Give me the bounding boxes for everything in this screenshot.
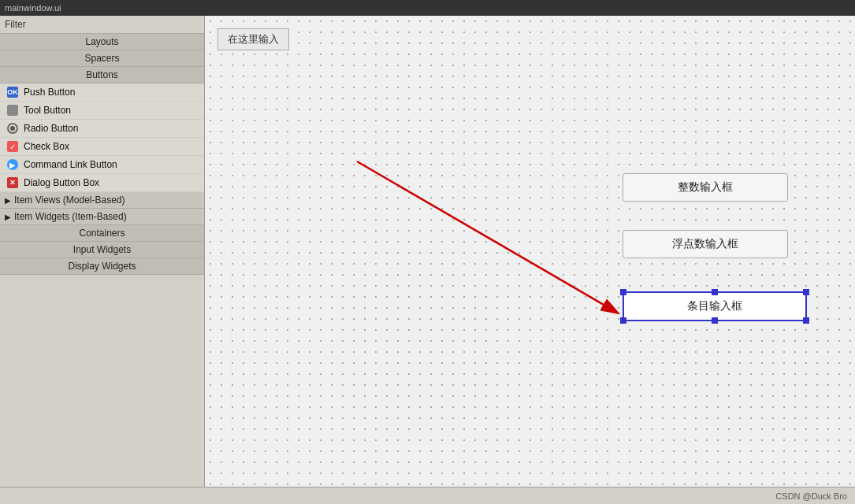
check-box-label: Check Box (24, 141, 69, 152)
sidebar-item-dialog-button-box[interactable]: ✕ Dialog Button Box (0, 174, 204, 192)
filter-label: Filter (5, 19, 26, 30)
content-area: Filter Layouts Spacers Buttons OK Push B… (0, 16, 855, 487)
handle-tl (620, 289, 626, 295)
integer-label: 整数输入框 (678, 180, 733, 193)
command-link-button-label: Command Link Button (24, 159, 117, 170)
sidebar-item-display-widgets[interactable]: Display Widgets (0, 258, 204, 275)
handle-tm (712, 289, 718, 295)
radio-icon (6, 122, 19, 135)
handle-tr (803, 289, 809, 295)
integer-input-button[interactable]: 整数输入框 (623, 173, 788, 202)
handle-br (803, 317, 809, 324)
sidebar-item-containers[interactable]: Containers (0, 225, 204, 242)
sidebar-item-item-views[interactable]: ▶ Item Views (Model-Based) (0, 192, 204, 209)
item-input-button[interactable]: 条目输入框 (623, 291, 807, 321)
canvas-input-label[interactable]: 在这里输入 (217, 28, 289, 50)
layouts-label: Layouts (85, 36, 118, 47)
sidebar-item-command-link-button[interactable]: ▶ Command Link Button (0, 156, 204, 174)
containers-label: Containers (79, 228, 125, 239)
item-views-label: Item Views (Model-Based) (14, 195, 125, 206)
sidebar-item-input-widgets[interactable]: Input Widgets (0, 242, 204, 258)
push-button-label: Push Button (24, 87, 75, 98)
title-bar: mainwindow.ui (0, 0, 855, 16)
sidebar-item-item-widgets[interactable]: ▶ Item Widgets (Item-Based) (0, 209, 204, 225)
filter-bar: Filter (0, 16, 204, 34)
sidebar-item-radio-button[interactable]: Radio Button (0, 120, 204, 138)
main-container: mainwindow.ui Filter Layouts Spacers But… (0, 0, 855, 504)
check-icon: ✓ (6, 140, 19, 153)
dialog-icon: ✕ (6, 176, 19, 189)
input-placeholder-text: 在这里输入 (228, 33, 279, 45)
display-widgets-label: Display Widgets (68, 261, 136, 272)
buttons-label: Buttons (86, 69, 118, 80)
title-text: mainwindow.ui (5, 3, 61, 13)
handle-bl (620, 317, 626, 324)
canvas-area: 在这里输入 整数输入框 浮点数输入框 条目输入框 (205, 16, 855, 487)
radio-button-label: Radio Button (24, 123, 78, 134)
dialog-button-box-label: Dialog Button Box (24, 177, 99, 188)
arrow-icon2: ▶ (5, 213, 11, 221)
sidebar-item-tool-button[interactable]: Tool Button (0, 102, 204, 120)
input-widgets-label: Input Widgets (73, 244, 131, 255)
handle-bm (712, 317, 718, 324)
status-text: CSDN @Duck Bro (775, 491, 847, 501)
tool-icon (6, 104, 19, 117)
status-bar: CSDN @Duck Bro (0, 487, 855, 504)
float-input-button[interactable]: 浮点数输入框 (623, 230, 788, 258)
sidebar-item-spacers[interactable]: Spacers (0, 50, 204, 67)
float-label: 浮点数输入框 (672, 237, 738, 250)
ok-icon: OK (6, 86, 19, 98)
cmd-icon: ▶ (6, 158, 19, 171)
sidebar-item-layouts[interactable]: Layouts (0, 34, 204, 50)
item-widgets-label: Item Widgets (Item-Based) (14, 211, 127, 222)
sidebar-item-buttons[interactable]: Buttons (0, 67, 204, 83)
tool-button-label: Tool Button (24, 105, 71, 116)
sidebar: Filter Layouts Spacers Buttons OK Push B… (0, 16, 205, 487)
sidebar-item-check-box[interactable]: ✓ Check Box (0, 138, 204, 156)
item-label: 条目输入框 (687, 299, 742, 312)
arrow-icon: ▶ (5, 196, 11, 205)
sidebar-item-push-button[interactable]: OK Push Button (0, 83, 204, 102)
spacers-label: Spacers (84, 53, 119, 64)
